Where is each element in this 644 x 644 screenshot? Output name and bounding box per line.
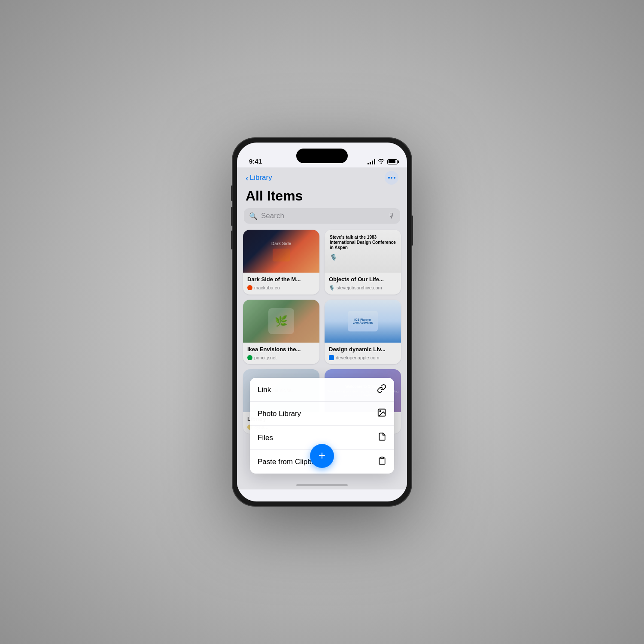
menu-item-photo-label: Photo Library [258,410,301,418]
status-icons [368,158,398,165]
files-icon [378,432,386,444]
mute-button[interactable] [231,185,233,201]
signal-icon [368,159,375,164]
volume-down-button[interactable] [231,231,233,249]
plus-icon: + [319,450,325,462]
add-button[interactable]: + [310,444,334,468]
dynamic-island [296,149,348,163]
phone-frame: 9:41 [232,137,412,507]
phone-screen: 9:41 [237,143,407,501]
volume-up-button[interactable] [231,207,233,226]
phone-body: 9:41 [232,137,412,507]
menu-item-link-label: Link [258,386,271,394]
content-area: ‹ Library All Items 🔍 Search 🎙 [237,167,407,489]
link-icon [377,384,386,395]
menu-item-link[interactable]: Link [250,378,394,402]
svg-rect-2 [381,457,384,459]
battery-icon [387,159,398,164]
svg-point-1 [380,410,381,412]
clipboard-icon [378,456,386,468]
power-button[interactable] [411,216,413,246]
photo-library-icon [377,408,386,419]
wifi-icon [378,158,385,165]
menu-item-photo-library[interactable]: Photo Library [250,402,394,426]
menu-item-files-label: Files [258,434,273,442]
